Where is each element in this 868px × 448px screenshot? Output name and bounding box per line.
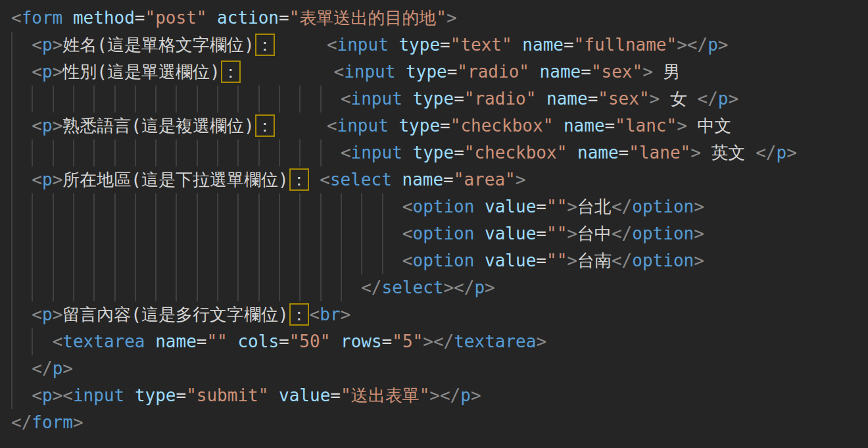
token-txt <box>11 332 53 351</box>
token-pun: </ <box>612 224 632 243</box>
code-line[interactable]: <p><input type="submit" value="送出表單"></p… <box>11 382 868 409</box>
token-txt: = <box>447 62 458 82</box>
code-text: <p>留言內容(這是多行文字欄位)：<br> <box>11 305 350 324</box>
token-txt <box>512 35 523 55</box>
token-txt: 女 <box>660 89 697 109</box>
code-text: <option value="">台南</option> <box>11 251 704 270</box>
token-txt <box>145 332 156 351</box>
token-tag: p <box>718 89 729 109</box>
token-pun: </ <box>756 143 776 162</box>
token-tag: br <box>320 305 340 324</box>
token-txt: = <box>382 332 393 351</box>
token-pun: > <box>694 251 704 270</box>
token-pun: < <box>327 35 337 55</box>
token-pun: ></ <box>677 35 708 55</box>
token-attr: name <box>546 89 588 109</box>
token-txt <box>11 197 402 216</box>
code-text: <p>熟悉語言(這是複選欄位)： <input type="checkbox" … <box>11 116 731 136</box>
unicode-highlight-colon: ： <box>221 61 241 83</box>
token-tag: option <box>412 251 474 270</box>
token-tag: p <box>42 170 53 189</box>
token-str: "送出表單" <box>341 386 429 405</box>
token-attr: name <box>564 116 605 136</box>
token-txt <box>11 278 361 297</box>
code-text: <input type="checkbox" name="lane"> 英文 <… <box>11 143 797 162</box>
token-pun: < <box>53 332 63 351</box>
token-txt: = <box>581 62 591 82</box>
code-line[interactable]: </select></p> <box>11 274 868 301</box>
code-line[interactable]: <p>所在地區(這是下拉選單欄位)： <select name="area"> <box>11 166 868 193</box>
token-txt <box>11 35 32 55</box>
token-str: "50" <box>289 332 331 351</box>
token-str: "radio" <box>464 89 537 109</box>
token-tag: input <box>337 116 389 136</box>
token-attr: value <box>485 224 536 243</box>
token-txt <box>474 197 485 216</box>
token-pun: > <box>53 305 63 324</box>
code-line[interactable]: <input type="radio" name="sex"> 女 </p> <box>11 86 868 112</box>
token-tag: textarea <box>454 332 536 351</box>
token-str: "text" <box>450 35 512 55</box>
code-line[interactable]: <p>熟悉語言(這是複選欄位)： <input type="checkbox" … <box>11 112 868 139</box>
token-tag: input <box>351 143 402 162</box>
code-line[interactable]: <option value="">台中</option> <box>11 220 868 247</box>
code-line[interactable]: <textarea name="" cols="50" rows="5"></t… <box>11 328 868 355</box>
token-txt: = <box>440 116 450 136</box>
token-attr: type <box>413 89 454 109</box>
code-text: </p> <box>11 359 73 378</box>
code-text: <p>所在地區(這是下拉選單欄位)： <select name="area"> <box>11 170 525 189</box>
token-txt <box>310 170 320 189</box>
code-editor[interactable]: <form method="post" action="表單送出的目的地"> <… <box>0 0 868 436</box>
token-txt <box>330 332 341 351</box>
token-txt: 熟悉語言(這是複選欄位) <box>62 116 254 136</box>
code-line[interactable]: <input type="checkbox" name="lane"> 英文 <… <box>11 139 868 166</box>
code-line[interactable]: <option value="">台北</option> <box>11 193 868 220</box>
token-txt <box>392 170 402 189</box>
token-pun: > <box>73 412 84 432</box>
code-line[interactable]: </form> <box>11 409 868 436</box>
token-tag: option <box>412 224 474 243</box>
token-str: "area" <box>454 170 516 189</box>
code-text: <input type="radio" name="sex"> 女 </p> <box>11 89 738 109</box>
token-pun: > <box>694 197 704 216</box>
token-attr: value <box>279 386 330 405</box>
token-str: "checkbox" <box>464 143 567 162</box>
token-txt <box>11 224 402 243</box>
token-txt <box>567 143 577 162</box>
token-pun: > <box>690 143 701 162</box>
token-attr: name <box>402 170 443 189</box>
token-txt <box>402 89 413 109</box>
code-line[interactable]: <form method="post" action="表單送出的目的地"> <box>11 5 868 32</box>
code-line[interactable]: <option value="">台南</option> <box>11 247 868 274</box>
token-tag: option <box>632 197 694 216</box>
token-pun: </ <box>361 278 381 297</box>
token-str: "" <box>546 251 567 270</box>
token-attr: type <box>135 386 176 405</box>
code-line[interactable]: <p>留言內容(這是多行文字欄位)：<br> <box>11 301 868 328</box>
token-txt <box>268 386 279 405</box>
token-txt: = <box>454 89 464 109</box>
token-attr: name <box>577 143 619 162</box>
code-line[interactable]: <p>姓名(這是單格文字欄位)： <input type="text" name… <box>11 32 868 59</box>
code-line[interactable]: </p> <box>11 355 868 382</box>
code-line[interactable]: <p>性別(這是單選欄位)： <input type="radio" name=… <box>11 59 868 86</box>
token-tag: p <box>42 62 53 82</box>
token-str: "submit" <box>186 386 268 405</box>
token-pun: < <box>320 170 330 189</box>
token-pun: < <box>402 224 413 243</box>
token-tag: p <box>708 35 718 55</box>
token-str: "post" <box>145 8 207 28</box>
token-pun: > <box>786 143 797 162</box>
token-pun: > <box>62 359 73 378</box>
token-txt <box>11 305 32 324</box>
code-text: <option value="">台中</option> <box>11 224 704 243</box>
token-txt: = <box>536 251 546 270</box>
token-txt <box>276 35 327 55</box>
token-txt <box>553 116 564 136</box>
unicode-highlight-colon: ： <box>255 34 275 56</box>
token-pun: < <box>11 8 22 28</box>
token-attr: value <box>485 251 536 270</box>
token-txt <box>474 251 485 270</box>
token-attr: name <box>155 332 197 351</box>
token-str: "lanc" <box>615 116 677 136</box>
